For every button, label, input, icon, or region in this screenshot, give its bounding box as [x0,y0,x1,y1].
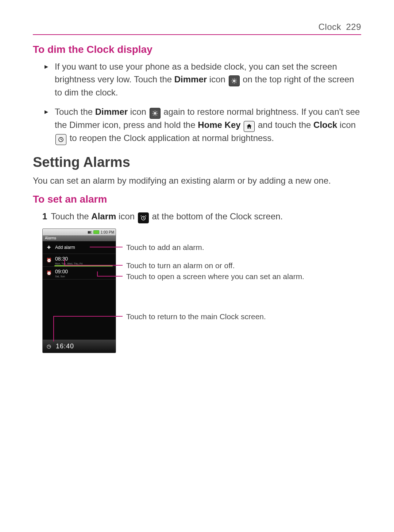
add-alarm-label: Add alarm [55,245,75,250]
manual-page: Clock 229 To dim the Clock display If yo… [0,0,394,532]
dimmer-icon [150,108,161,119]
plus-icon: ✚ [46,245,52,250]
alarm-icon [138,212,149,223]
screen-title: Alarms [43,235,116,241]
dimmer-icon [229,75,240,86]
svg-line-24 [140,216,141,216]
dim-bullet-1: If you want to use your phone as a bedsi… [45,60,361,99]
running-header: Clock 229 [33,22,361,34]
header-rule [33,34,361,35]
step-1: 1 Touch the Alarm icon at the bottom of … [42,210,361,223]
clock-icon: ◷ [46,343,52,349]
callout-return-clock: Touch to return to the main Clock screen… [126,312,266,322]
svg-point-0 [233,80,235,82]
callout-leader [53,316,123,317]
svg-line-23 [143,218,144,219]
dim-bullet-2: Touch the Dimmer icon again to restore n… [45,106,361,145]
svg-line-6 [235,82,236,83]
status-time: 1:00 PM [101,230,114,234]
alarm-2-days: Sat, Sun [55,275,68,278]
alarm-1-time: 08:30 [55,256,68,262]
clock-footer-bar[interactable]: ◷ 16:40 [43,340,116,353]
heading-dim-clock: To dim the Clock display [33,44,361,55]
alarm-2-time: 09:00 [55,269,68,274]
battery-icon [93,230,99,234]
callout-toggle-alarm: Touch to turn an alarm on or off. [126,261,235,271]
header-section: Clock [318,22,341,32]
svg-line-7 [232,82,233,83]
dim-bullet-list: If you want to use your phone as a bedsi… [45,60,361,145]
alarm-clock-icon: ⏰ [46,270,52,275]
svg-point-9 [154,112,156,114]
alarm-screenshot-figure: ▮▮▯ 1:00 PM Alarms ✚ Add alarm ⏰ 08:30 M… [42,228,341,360]
svg-line-17 [156,111,157,112]
svg-line-15 [156,114,157,115]
signal-icon: ▮▮▯ [88,230,92,234]
alarm-clock-icon: ⏰ [46,258,52,263]
home-key-icon [244,121,255,132]
heading-set-alarm: To set an alarm [33,193,361,205]
callout-leader [90,247,123,247]
svg-line-8 [235,79,236,79]
callout-leader [82,265,123,266]
clock-app-icon [55,134,66,145]
callout-open-alarm: Touch to open a screen where you can set… [126,271,304,282]
svg-line-16 [153,114,154,115]
setting-alarms-intro: You can set an alarm by modifying an exi… [33,175,361,187]
page-number: 229 [346,22,361,32]
callout-leader [64,265,82,266]
alarm-row-2[interactable]: ⏰ 09:00 Sat, Sun [43,267,116,279]
svg-line-14 [153,111,154,112]
add-alarm-row[interactable]: ✚ Add alarm [43,241,116,254]
svg-line-5 [232,79,233,79]
alarm-1-days: Mon, Tue, Wed, Thu, Fri [55,262,82,265]
status-bar: ▮▮▯ 1:00 PM [43,229,116,235]
svg-line-25 [145,216,146,216]
callout-add-alarm: Touch to add an alarm. [126,242,204,253]
callout-leader [97,276,123,277]
heading-setting-alarms: Setting Alarms [33,154,361,170]
footer-time: 16:40 [56,343,74,350]
